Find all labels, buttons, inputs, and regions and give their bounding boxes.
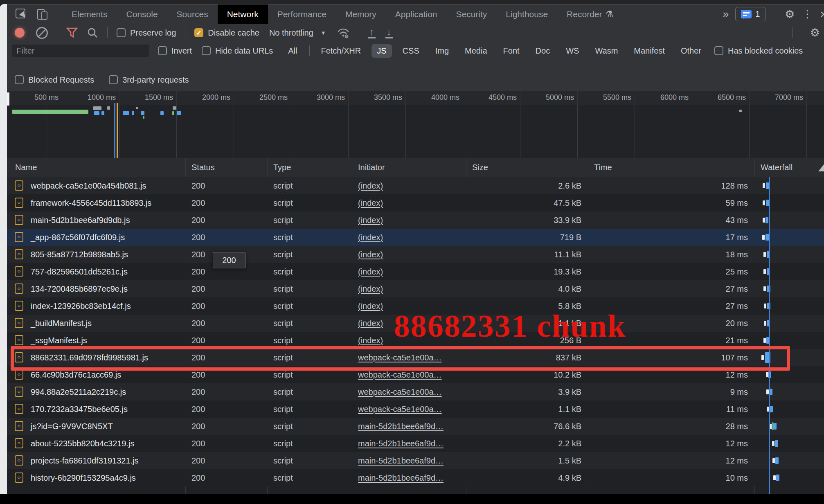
- table-row[interactable]: ‹›framework-4556c45dd113b893.js200script…: [7, 194, 824, 212]
- kebab-menu-icon[interactable]: ⋮: [802, 8, 813, 20]
- filter-separator: [309, 45, 310, 56]
- tab-elements[interactable]: Elements: [62, 4, 117, 24]
- disable-cache-checkbox[interactable]: ✓: [194, 28, 203, 37]
- cell-type: script: [267, 302, 352, 311]
- table-row[interactable]: ‹›about-5235bb820b4c3219.js200scriptmain…: [7, 435, 824, 452]
- tab-console[interactable]: Console: [117, 4, 167, 24]
- devtools-tabbar: ElementsConsoleSourcesNetworkPerformance…: [7, 4, 824, 24]
- initiator-link[interactable]: (index): [358, 319, 383, 328]
- network-conditions-icon[interactable]: [337, 27, 350, 39]
- tab-memory[interactable]: Memory: [336, 4, 386, 24]
- tab-recorder[interactable]: Recorder⚗: [557, 4, 623, 24]
- column-header-type[interactable]: Type: [267, 158, 352, 177]
- initiator-link[interactable]: main-5d2b1bee6af9d…: [358, 473, 444, 482]
- device-toolbar-icon[interactable]: [36, 8, 49, 20]
- table-row[interactable]: ‹›805-85a87712b9898ab5.js200script(index…: [7, 246, 824, 263]
- filter-type-doc[interactable]: Doc: [530, 44, 556, 58]
- waterfall-waiting-bar: [772, 458, 775, 463]
- filter-input[interactable]: [12, 45, 149, 57]
- column-header-time[interactable]: Time: [588, 158, 754, 177]
- network-settings-gear-icon[interactable]: ⚙: [810, 26, 820, 39]
- waterfall-waiting-bar: [763, 218, 765, 223]
- blocked-requests-checkbox[interactable]: [15, 75, 24, 84]
- throttling-dropdown[interactable]: No throttling: [269, 28, 313, 38]
- initiator-link[interactable]: (index): [358, 336, 383, 345]
- column-header-status[interactable]: Status: [185, 158, 267, 177]
- more-tabs-chevron[interactable]: »: [723, 8, 728, 20]
- clear-log-icon[interactable]: [36, 27, 48, 39]
- record-button[interactable]: [15, 28, 25, 38]
- initiator-link[interactable]: main-5d2b1bee6af9d…: [358, 439, 444, 448]
- tabbar-right-controls: » 1 ⚙ ⋮ ×: [723, 7, 824, 21]
- search-icon[interactable]: [87, 27, 98, 38]
- filter-type-ws[interactable]: WS: [561, 44, 584, 58]
- filter-type-img[interactable]: Img: [430, 44, 454, 58]
- column-header-size[interactable]: Size: [466, 158, 588, 177]
- filter-type-css[interactable]: CSS: [397, 44, 425, 58]
- filter-type-other[interactable]: Other: [675, 44, 707, 58]
- import-har-icon[interactable]: ↑: [368, 27, 376, 38]
- filter-type-all[interactable]: All: [283, 44, 302, 58]
- filter-type-js[interactable]: JS: [371, 44, 392, 58]
- table-row[interactable]: ‹›_app-867c56f07dfc6f09.js200script(inde…: [7, 229, 824, 246]
- initiator-link[interactable]: webpack-ca5e1e00a…: [358, 370, 442, 379]
- request-name: webpack-ca5e1e00a454b081.js: [31, 181, 146, 190]
- issues-badge[interactable]: 1: [735, 7, 765, 21]
- hide-data-urls-checkbox[interactable]: [202, 46, 211, 55]
- initiator-link[interactable]: webpack-ca5e1e00a…: [358, 405, 442, 414]
- inspect-element-icon[interactable]: [15, 8, 27, 20]
- initiator-link[interactable]: (index): [358, 216, 383, 225]
- third-party-checkbox[interactable]: [109, 75, 118, 84]
- tab-lighthouse[interactable]: Lighthouse: [496, 4, 557, 24]
- table-row[interactable]: ‹›134-7200485b6897ec9e.js200script(index…: [7, 280, 824, 297]
- initiator-link[interactable]: main-5d2b1bee6af9d…: [358, 456, 444, 465]
- filter-funnel-icon[interactable]: [66, 27, 78, 38]
- filter-type-wasm[interactable]: Wasm: [590, 44, 623, 58]
- cell-size: 4.0 kB: [466, 284, 588, 294]
- has-blocked-cookies-checkbox[interactable]: [714, 46, 723, 55]
- column-header-waterfall[interactable]: Waterfall: [754, 159, 824, 176]
- timeline-tick-label: 6000 ms: [643, 93, 689, 102]
- column-header-initiator[interactable]: Initiator: [352, 158, 466, 177]
- filter-type-media[interactable]: Media: [459, 44, 492, 58]
- initiator-link[interactable]: webpack-ca5e1e00a…: [358, 387, 442, 396]
- tab-network[interactable]: Network: [218, 4, 268, 24]
- waterfall-download-bar: [770, 406, 773, 412]
- settings-gear-icon[interactable]: ⚙: [785, 8, 795, 21]
- bottom-black-band: [0, 494, 824, 504]
- panel-tabs: ElementsConsoleSourcesNetworkPerformance…: [62, 4, 623, 24]
- table-row[interactable]: ‹›994.88a2e5211a2c219c.js200scriptwebpac…: [7, 383, 824, 400]
- table-row[interactable]: ‹›history-6b290f153295a4c9.js200scriptma…: [7, 469, 824, 486]
- initiator-link[interactable]: (index): [358, 181, 383, 190]
- invert-checkbox[interactable]: [158, 46, 167, 55]
- tab-performance[interactable]: Performance: [268, 4, 336, 24]
- filter-type-manifest[interactable]: Manifest: [628, 44, 670, 58]
- timeline-overview[interactable]: 500 ms1000 ms1500 ms2000 ms2500 ms3000 m…: [7, 91, 824, 158]
- preserve-log-checkbox[interactable]: [117, 28, 126, 37]
- tab-sources[interactable]: Sources: [167, 4, 218, 24]
- initiator-link[interactable]: (index): [358, 284, 383, 293]
- table-row[interactable]: ‹›main-5d2b1bee6af9d9db.js200script(inde…: [7, 212, 824, 229]
- column-header-name[interactable]: Name: [7, 158, 185, 177]
- filter-type-fetch-xhr[interactable]: Fetch/XHR: [315, 44, 366, 58]
- table-row[interactable]: ‹›webpack-ca5e1e00a454b081.js200script(i…: [7, 177, 824, 194]
- initiator-link[interactable]: (index): [358, 267, 383, 276]
- table-row[interactable]: ‹›757-d82596501dd5261c.js200script(index…: [7, 263, 824, 280]
- cell-type: script: [267, 370, 352, 380]
- export-har-icon[interactable]: ↓: [385, 27, 393, 38]
- table-row[interactable]: ‹›170.7232a33475be6e05.js200scriptwebpac…: [7, 400, 824, 418]
- initiator-link[interactable]: (index): [358, 198, 383, 207]
- close-devtools-icon[interactable]: ×: [820, 7, 824, 21]
- table-row[interactable]: ‹›projects-fa68610df3191321.js200scriptm…: [7, 452, 824, 469]
- initiator-link[interactable]: (index): [358, 233, 383, 242]
- status-tooltip: 200: [213, 252, 245, 268]
- initiator-link[interactable]: (index): [358, 302, 383, 310]
- table-row[interactable]: ‹›js?id=G-9V9VC8N5XT200scriptmain-5d2b1b…: [7, 418, 824, 435]
- tab-security[interactable]: Security: [446, 4, 496, 24]
- initiator-link[interactable]: main-5d2b1bee6af9d…: [358, 422, 444, 431]
- filter-type-font[interactable]: Font: [498, 44, 525, 58]
- tab-application[interactable]: Application: [386, 4, 447, 24]
- waterfall-waiting-bar: [763, 183, 765, 188]
- toolbar-separator: [773, 9, 773, 20]
- initiator-link[interactable]: (index): [358, 250, 383, 259]
